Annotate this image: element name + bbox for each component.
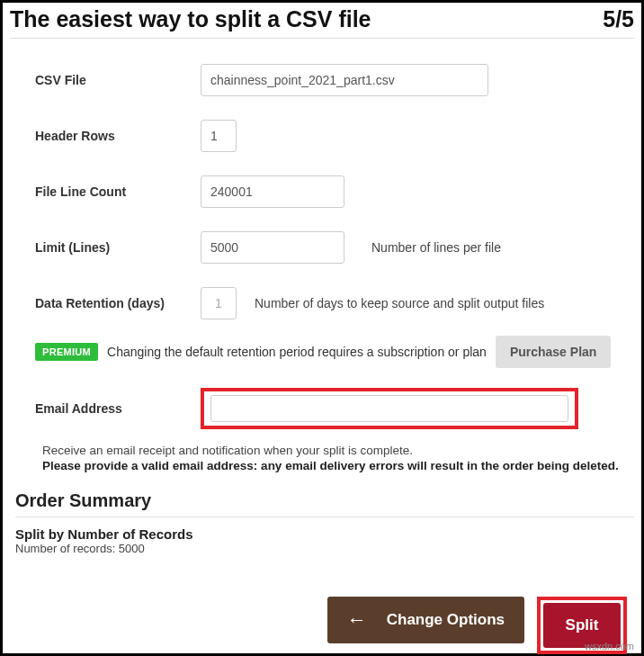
header-rows-input[interactable] [201, 120, 237, 152]
csv-file-input[interactable] [201, 64, 488, 96]
email-note: Receive an email receipt and notificatio… [42, 444, 629, 457]
email-input[interactable] [210, 395, 568, 422]
data-retention-input [201, 287, 237, 319]
limit-lines-label: Limit (Lines) [35, 240, 201, 255]
file-line-count-label: File Line Count [35, 184, 201, 199]
email-highlight-box [201, 388, 578, 429]
order-summary-heading: Order Summary [15, 490, 634, 517]
arrow-left-icon: ← [347, 610, 367, 630]
data-retention-label: Data Retention (days) [35, 296, 201, 310]
email-warning: Please provide a valid email address: an… [42, 459, 629, 472]
page-title: The easiest way to split a CSV file [10, 6, 371, 32]
data-retention-hint: Number of days to keep source and split … [255, 296, 544, 310]
email-label: Email Address [35, 401, 201, 416]
header-rows-label: Header Rows [35, 129, 201, 143]
order-summary-title: Split by Number of Records [15, 526, 634, 542]
step-indicator: 5/5 [603, 6, 634, 32]
limit-lines-hint: Number of lines per file [371, 240, 501, 255]
premium-badge: PREMIUM [35, 343, 98, 361]
limit-lines-input[interactable] [201, 231, 344, 264]
file-line-count-input[interactable] [201, 175, 344, 208]
purchase-plan-button[interactable]: Purchase Plan [496, 336, 612, 368]
change-options-label: Change Options [387, 611, 505, 629]
watermark: wsxdn.com [585, 641, 634, 652]
csv-file-label: CSV File [35, 73, 201, 87]
order-summary-sub: Number of records: 5000 [15, 542, 634, 555]
premium-text: Changing the default retention period re… [107, 345, 487, 359]
change-options-button[interactable]: ← Change Options [327, 597, 524, 643]
